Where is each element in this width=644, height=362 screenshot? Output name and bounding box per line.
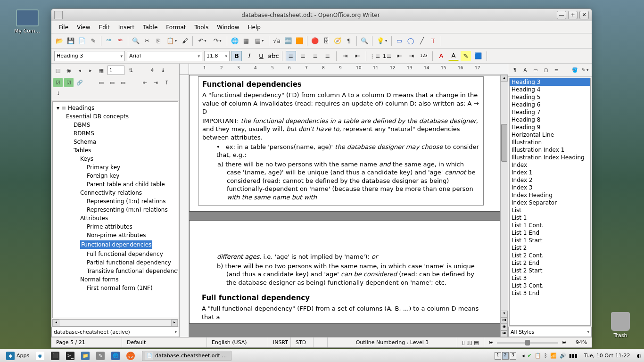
- font-name-combo[interactable]: Arial: [127, 51, 202, 61]
- workspace-1[interactable]: 1: [495, 352, 501, 360]
- nav-page-icon[interactable]: ▦: [97, 66, 106, 75]
- next-page-button[interactable]: ⏭: [501, 330, 508, 337]
- frame-styles-icon[interactable]: ▭: [531, 66, 540, 75]
- table-insert-icon[interactable]: ▦: [241, 36, 251, 46]
- menu-help[interactable]: Help: [244, 23, 264, 32]
- tray-bluetooth-icon[interactable]: ᛒ: [544, 353, 547, 359]
- insert-grid-icon[interactable]: ▤: [252, 36, 266, 46]
- text-icon[interactable]: T: [428, 36, 438, 46]
- nav-next-icon[interactable]: ▸: [86, 66, 95, 75]
- navigator-hscroll[interactable]: ◂▸: [52, 319, 178, 327]
- document-scroll[interactable]: Functional dependencies A "functional de…: [180, 75, 508, 337]
- style-item[interactable]: List 3 End: [510, 289, 590, 297]
- status-template[interactable]: Default: [122, 337, 207, 347]
- ellipse-icon[interactable]: ◯: [405, 36, 416, 46]
- launcher-files[interactable]: 📁: [78, 351, 93, 361]
- formula-icon[interactable]: √a: [272, 36, 282, 46]
- nav-nav-icon[interactable]: ◉: [64, 66, 74, 75]
- menu-file[interactable]: File: [55, 23, 72, 32]
- collapse-icon[interactable]: ▾: [57, 105, 59, 111]
- chars-icon[interactable]: 🔤: [283, 36, 293, 46]
- menu-format[interactable]: Format: [162, 23, 190, 32]
- bullets-button[interactable]: ⋮≡: [370, 51, 380, 61]
- style-item[interactable]: Heading 8: [510, 116, 590, 123]
- task-openoffice[interactable]: 📄 database-cheatsheet.odt - O...: [142, 351, 231, 361]
- cut-icon[interactable]: ✂: [142, 36, 152, 46]
- tree-item[interactable]: Prime attributes: [53, 222, 178, 231]
- style-item[interactable]: Heading 3: [510, 78, 590, 86]
- maximize-button[interactable]: +: [568, 11, 578, 19]
- menu-insert[interactable]: Insert: [115, 23, 138, 32]
- insert-frame-icon[interactable]: 🟧: [294, 36, 305, 46]
- tree-item[interactable]: First normal form (1NF): [53, 284, 178, 292]
- redo-icon[interactable]: ↷: [210, 36, 224, 46]
- titlebar[interactable]: database-cheatsheet.odt - OpenOffice.org…: [51, 9, 592, 21]
- list-styles-icon[interactable]: ≡: [552, 66, 561, 75]
- tree-item[interactable]: Keys: [53, 155, 178, 163]
- new-style-icon[interactable]: ✎: [580, 66, 590, 75]
- tray-lock-icon[interactable]: ◐: [636, 353, 641, 359]
- style-item[interactable]: Index: [510, 161, 590, 169]
- style-item[interactable]: Illustration Index 1: [510, 146, 590, 154]
- styles-list[interactable]: Heading 3Heading 4Heading 5Heading 6Head…: [509, 78, 591, 326]
- tree-item[interactable]: RDBMS: [53, 129, 178, 138]
- style-item[interactable]: Illustration: [510, 139, 590, 146]
- style-item[interactable]: Illustration Index Heading: [510, 154, 590, 161]
- style-item[interactable]: List 3 Cont.: [510, 282, 590, 289]
- minimize-button[interactable]: —: [557, 11, 566, 19]
- nav-chapter-up-icon[interactable]: ↟: [148, 66, 157, 75]
- nav-drag-icon[interactable]: ⇅: [126, 66, 135, 75]
- status-zoom-value[interactable]: 94%: [571, 337, 592, 347]
- highlight-button[interactable]: A: [448, 51, 459, 61]
- tray-network-icon[interactable]: 📶: [550, 353, 557, 359]
- autospell-icon[interactable]: ᵃᵇ: [115, 36, 125, 46]
- style-item[interactable]: Index Separator: [510, 199, 590, 206]
- find-icon[interactable]: 🔍: [131, 36, 141, 46]
- tree-item[interactable]: Essential DB concepts: [53, 112, 178, 121]
- tree-item[interactable]: Non-prime attributes: [53, 231, 178, 239]
- style-item[interactable]: Index 2: [510, 176, 590, 184]
- tree-item[interactable]: DBMS: [53, 121, 178, 129]
- tray-volume-icon[interactable]: 🔊: [560, 353, 566, 359]
- status-zoom-slider[interactable]: ⊖⊕: [484, 337, 571, 347]
- style-item[interactable]: List 1 Cont.: [510, 222, 590, 229]
- decrease-indent-button[interactable]: ⇤: [394, 51, 405, 61]
- font-color-button[interactable]: A: [436, 51, 446, 61]
- tree-item[interactable]: Full functional dependency: [53, 250, 178, 258]
- nav-moveup-icon[interactable]: ⤒: [162, 78, 171, 87]
- workspace-2[interactable]: 2: [502, 352, 509, 360]
- strike-button[interactable]: abc: [268, 51, 279, 61]
- hyperlink-icon[interactable]: 🌐: [230, 36, 240, 46]
- style-item[interactable]: List 1: [510, 214, 590, 222]
- paragraph-style-combo[interactable]: Heading 3: [54, 51, 125, 61]
- tree-item[interactable]: Transitive functional dependency: [53, 267, 178, 275]
- open-icon[interactable]: 📂: [54, 36, 65, 46]
- status-insert-mode[interactable]: INSRT: [268, 337, 291, 347]
- nav-prev-icon[interactable]: ◂: [75, 66, 84, 75]
- menu-tools[interactable]: Tools: [191, 23, 213, 32]
- style-item[interactable]: List 2 Cont.: [510, 252, 590, 259]
- style-item[interactable]: Heading 4: [510, 86, 590, 93]
- navigator-tree[interactable]: ▾ ≡ Headings Essential DB conceptsDBMSRD…: [52, 101, 178, 318]
- status-outline[interactable]: Outline Numbering : Level 3: [328, 337, 457, 347]
- bold-button[interactable]: B: [231, 51, 242, 61]
- help-icon[interactable]: 💡: [375, 36, 389, 46]
- line-icon[interactable]: ╱: [417, 36, 427, 46]
- align-left-button[interactable]: ≡: [286, 51, 296, 61]
- tree-item[interactable]: Foreign key: [53, 172, 178, 180]
- tree-item[interactable]: Normal forms: [53, 275, 178, 284]
- style-item[interactable]: List 2: [510, 244, 590, 252]
- page-6[interactable]: different ages, i.e. 'age' is not implie…: [189, 220, 500, 324]
- style-item[interactable]: Heading 7: [510, 108, 590, 116]
- nav-demote-icon[interactable]: ⇥: [151, 78, 160, 87]
- style-item[interactable]: Heading 5: [510, 93, 590, 101]
- tree-item[interactable]: Parent table and child table: [53, 180, 178, 189]
- style-item[interactable]: Horizontal Line: [510, 131, 590, 139]
- style-item[interactable]: Index 3: [510, 184, 590, 191]
- tree-item[interactable]: Tables: [53, 146, 178, 155]
- spellcheck-icon[interactable]: ᵃᵇ: [104, 36, 114, 46]
- tree-item[interactable]: Representing (m:n) relations: [53, 206, 178, 214]
- align-center-button[interactable]: ≡: [298, 51, 308, 61]
- numbering-button[interactable]: 1≡: [382, 51, 392, 61]
- rect-icon[interactable]: ▭: [394, 36, 405, 46]
